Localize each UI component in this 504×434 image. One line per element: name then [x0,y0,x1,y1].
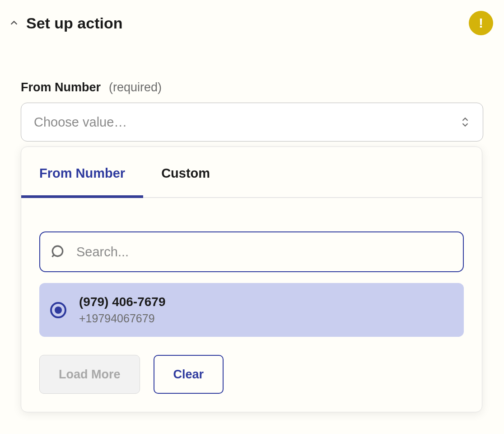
tab-label: From Number [39,166,125,180]
field-label-row: From Number (required) [21,80,483,94]
collapse-toggle[interactable] [8,17,20,29]
option-raw: +19794067679 [79,312,165,325]
option-item[interactable]: (979) 406-7679 +19794067679 [39,283,464,337]
button-label: Load More [59,368,121,382]
tab-custom[interactable]: Custom [143,147,228,197]
search-wrapper [39,231,464,272]
search-input[interactable] [39,231,464,272]
chevron-up-icon [9,18,19,28]
option-display: (979) 406-7679 [79,295,165,309]
field-label: From Number [21,80,101,94]
tab-from-number[interactable]: From Number [21,147,143,197]
button-label: Clear [173,368,204,382]
dropdown-panel: From Number Custom [21,146,482,412]
option-text: (979) 406-7679 +19794067679 [79,295,165,325]
dropdown-tabs: From Number Custom [21,147,482,198]
from-number-dropdown[interactable]: Choose value… [21,103,483,142]
header-left: Set up action [8,14,122,32]
warning-icon: ! [479,15,483,31]
section-header: Set up action ! [0,0,504,35]
dropdown-placeholder: Choose value… [34,115,127,130]
warning-badge[interactable]: ! [469,11,493,35]
svg-point-0 [52,246,63,256]
load-more-button[interactable]: Load More [39,355,140,394]
clear-button[interactable]: Clear [154,355,224,394]
panel-body: (979) 406-7679 +19794067679 Load More Cl… [21,198,482,412]
svg-line-1 [52,255,54,257]
field-required-text: (required) [109,80,162,94]
radio-selected-icon [50,302,66,318]
content-area: From Number (required) Choose value… Fro… [0,35,504,142]
sort-icon [460,117,470,127]
tab-label: Custom [161,166,210,180]
button-row: Load More Clear [39,355,464,394]
section-title: Set up action [26,14,122,32]
search-icon [50,244,66,260]
